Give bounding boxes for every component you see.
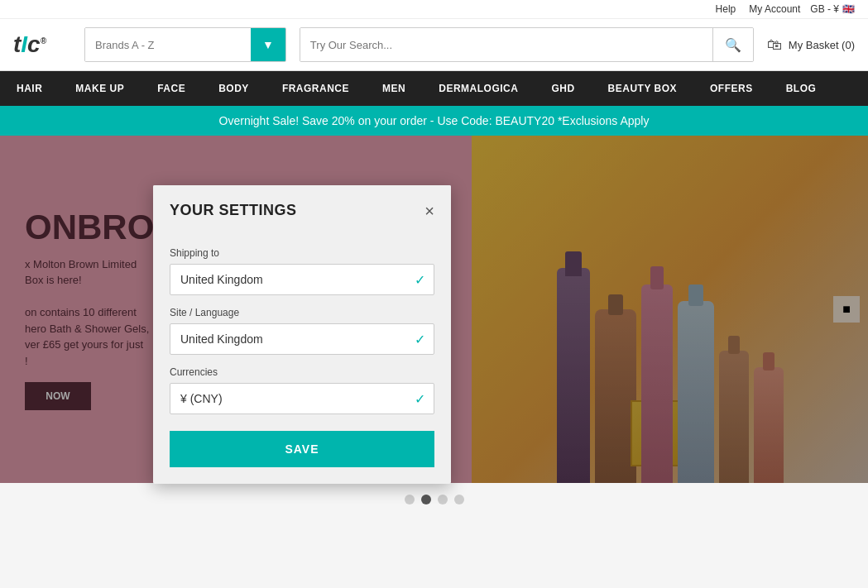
nav-face[interactable]: FACE xyxy=(141,71,202,106)
search-bar: 🔍 xyxy=(300,27,754,62)
flag-icon: 🇬🇧 xyxy=(842,3,855,15)
modal-header: YOUR SETTINGS × xyxy=(153,185,451,229)
carousel-dots xyxy=(0,483,868,516)
nav-offers[interactable]: OFFERS xyxy=(693,71,770,106)
nav-hair[interactable]: HAIR xyxy=(0,71,59,106)
page-container: Help My Account GB - ¥ 🇬🇧 tIc® ▼ 🔍 🛍 My … xyxy=(0,0,868,516)
promo-text: Overnight Sale! Save 20% on your order -… xyxy=(219,114,650,127)
promo-banner: Overnight Sale! Save 20% on your order -… xyxy=(0,106,868,136)
brands-input[interactable] xyxy=(85,28,251,61)
nav-makeup[interactable]: MAKE UP xyxy=(59,71,141,106)
modal-title: YOUR SETTINGS xyxy=(170,202,297,219)
main-nav: HAIR MAKE UP FACE BODY FRAGRANCE MEN DER… xyxy=(0,71,868,106)
carousel-dot-1[interactable] xyxy=(405,495,415,504)
region-label: GB - ¥ xyxy=(810,3,839,15)
nav-fragrance[interactable]: FRAGRANCE xyxy=(266,71,366,106)
settings-modal: YOUR SETTINGS × Shipping to United Kingd… xyxy=(153,185,451,484)
nav-body[interactable]: BODY xyxy=(202,71,266,106)
basket-icon: 🛍 xyxy=(767,36,782,54)
nav-dermalogica[interactable]: DERMALOGICA xyxy=(422,71,535,106)
nav-blog[interactable]: BLOG xyxy=(770,71,833,106)
carousel-dot-2[interactable] xyxy=(421,495,431,504)
carousel-dot-4[interactable] xyxy=(454,495,464,504)
my-account-link[interactable]: My Account xyxy=(749,3,800,15)
search-input[interactable] xyxy=(300,28,712,61)
nav-ghd[interactable]: GHD xyxy=(535,71,591,106)
currencies-select[interactable]: ¥ (CNY) £ (GBP) $ (USD) € (EUR) xyxy=(170,384,434,414)
header: tIc® ▼ 🔍 🛍 My Basket (0) xyxy=(0,19,868,71)
modal-close-button[interactable]: × xyxy=(424,203,434,219)
site-language-select-wrapper: United Kingdom United States Australia G… xyxy=(170,323,434,355)
shipping-select-wrapper: United Kingdom United States Australia G… xyxy=(170,264,434,295)
save-button[interactable]: SAVE xyxy=(170,431,434,467)
carousel-dot-3[interactable] xyxy=(438,495,448,504)
logo[interactable]: tIc® xyxy=(13,31,71,58)
basket-label: My Basket (0) xyxy=(789,39,855,51)
help-link[interactable]: Help xyxy=(716,3,736,15)
basket-button[interactable]: 🛍 My Basket (0) xyxy=(767,36,855,54)
region-selector[interactable]: GB - ¥ 🇬🇧 xyxy=(810,3,855,15)
search-button[interactable]: 🔍 xyxy=(712,28,753,61)
top-bar: Help My Account GB - ¥ 🇬🇧 xyxy=(0,0,868,19)
nav-beauty-box[interactable]: BEAUTY BOX xyxy=(592,71,693,106)
shipping-label: Shipping to xyxy=(170,247,434,259)
nav-men[interactable]: MEN xyxy=(366,71,422,106)
brands-dropdown[interactable]: ▼ xyxy=(84,27,286,62)
hero-section: ONBROWN x Molton Brown Limited Box is he… xyxy=(0,136,868,483)
currencies-label: Currencies xyxy=(170,366,434,378)
shipping-select[interactable]: United Kingdom United States Australia G… xyxy=(170,265,434,294)
currencies-select-wrapper: ¥ (CNY) £ (GBP) $ (USD) € (EUR) ✓ xyxy=(170,383,434,414)
modal-overlay: YOUR SETTINGS × Shipping to United Kingd… xyxy=(0,136,868,483)
site-language-select[interactable]: United Kingdom United States Australia G… xyxy=(170,324,434,354)
brands-arrow-button[interactable]: ▼ xyxy=(251,28,285,61)
site-language-label: Site / Language xyxy=(170,307,434,318)
modal-body: Shipping to United Kingdom United States… xyxy=(153,229,451,484)
